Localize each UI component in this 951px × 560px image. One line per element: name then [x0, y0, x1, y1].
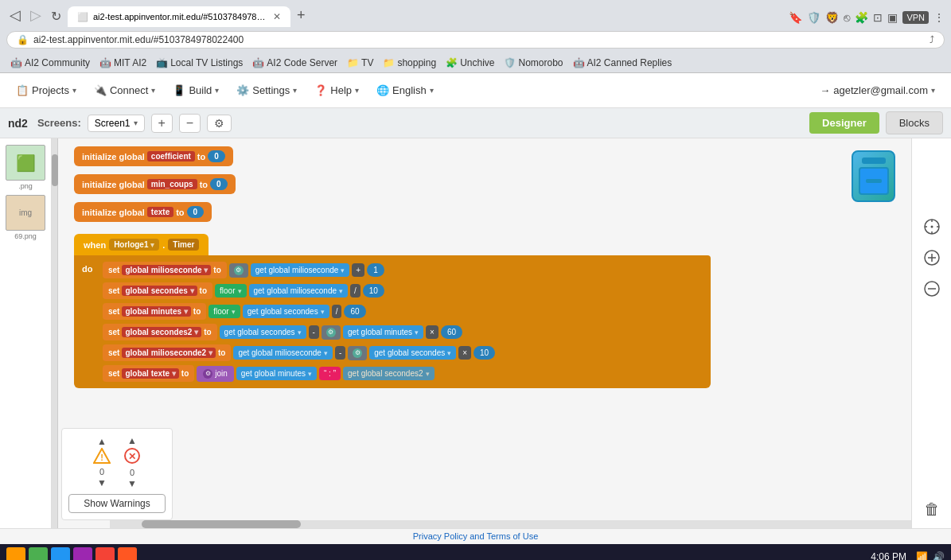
target-icon[interactable]: [923, 218, 941, 238]
init-block-min-coups[interactable]: initialize global min_coups to 0: [74, 174, 711, 194]
sidebar-icon[interactable]: ▣: [887, 11, 898, 24]
sidebar-file-2[interactable]: img 69.png: [6, 195, 45, 240]
taskbar-icon-3[interactable]: [51, 547, 70, 560]
up-arrow-1: ▲: [97, 436, 107, 447]
settings-menu[interactable]: ⚙️ Settings ▾: [228, 80, 305, 100]
bookmark-mit-ai2[interactable]: 🤖 MIT AI2: [95, 56, 150, 70]
shield-icon: 🛡️: [807, 11, 820, 24]
sidebar-scrollbar[interactable]: [52, 138, 58, 528]
blocks-btn[interactable]: Blocks: [886, 111, 943, 134]
do-block-body: do set global milioseconde ▾ to: [74, 255, 711, 388]
screen-select-arrow: ▾: [134, 119, 138, 127]
taskbar-icon-4[interactable]: [73, 547, 92, 560]
tab-favicon: ⬜: [77, 12, 88, 22]
taskbar-volume-icon: 🔊: [933, 551, 945, 560]
projects-menu[interactable]: 📋 Projects ▾: [8, 80, 84, 100]
designer-btn[interactable]: Designer: [809, 112, 879, 134]
delete-icon[interactable]: 🗑: [924, 500, 940, 519]
zoom-in-icon[interactable]: [923, 249, 941, 269]
taskbar-icon-1[interactable]: [6, 547, 25, 560]
init-block-coefficient[interactable]: initialize global coefficient to 0: [74, 146, 711, 166]
privacy-link[interactable]: Privacy Policy and Terms of Use: [413, 531, 539, 541]
bookmarks-bar: 🤖 AI2 Community 🤖 MIT AI2 📺 Local TV Lis…: [0, 52, 951, 73]
app-header: 📋 Projects ▾ 🔌 Connect ▾ 📱 Build ▾ ⚙️ Se…: [0, 73, 951, 108]
set-secondes2-row[interactable]: set global secondes2 ▾ to get global sec…: [103, 324, 495, 340]
when-timer-block[interactable]: when Horloge1 ▾ . Timer do: [74, 234, 711, 388]
settings-arrow: ▾: [293, 86, 297, 95]
remove-screen-btn[interactable]: −: [179, 114, 201, 133]
sidebar-file-1[interactable]: 🟩 .png: [6, 145, 45, 190]
footer: Privacy Policy and Terms of Use: [0, 528, 951, 544]
url-bar[interactable]: 🔒 ai2-test.appinventor.mit.edu/#51037849…: [6, 31, 945, 49]
set-milioseconde2-row[interactable]: set global milioseconde2 ▾ to get global…: [103, 344, 495, 361]
taskbar-icon-2[interactable]: [29, 547, 48, 560]
bookmark-ai2-community[interactable]: 🤖 AI2 Community: [6, 56, 94, 70]
language-menu[interactable]: 🌐 English ▾: [368, 80, 442, 100]
language-arrow: ▾: [430, 86, 434, 95]
build-menu[interactable]: 📱 Build ▾: [165, 80, 227, 100]
projects-arrow: ▾: [72, 86, 76, 95]
extensions-icon[interactable]: 🧩: [855, 11, 868, 24]
projects-icon: 📋: [16, 84, 29, 96]
set-minutes-row[interactable]: set global minutes ▾ to floor ▾ get glob…: [103, 303, 495, 320]
url-text: ai2-test.appinventor.mit.edu/#5103784978…: [33, 34, 244, 45]
split-icon[interactable]: ⊡: [873, 11, 883, 24]
init-block-texte[interactable]: initialize global texte to 0: [74, 202, 711, 222]
down-arrow-2: ▼: [127, 478, 137, 489]
help-arrow: ▾: [355, 86, 359, 95]
tab-close-icon[interactable]: ✕: [273, 11, 281, 22]
bookmark-tv-listings[interactable]: 📺 Local TV Listings: [152, 56, 247, 70]
down-arrow-1: ▼: [97, 477, 107, 488]
bookmark-mit-icon: 🤖: [99, 57, 111, 68]
taskbar: 4:06 PM 📶 🔊: [0, 544, 951, 560]
up-arrow-2: ▲: [127, 435, 137, 446]
taskbar-wifi-icon: 📶: [916, 551, 928, 560]
add-screen-btn[interactable]: +: [151, 114, 173, 133]
browser-reload-btn[interactable]: ↻: [48, 9, 64, 24]
url-share-icon[interactable]: ⤴: [930, 34, 934, 45]
taskbar-icon-5[interactable]: [95, 547, 115, 560]
share-icon[interactable]: ⎋: [844, 11, 850, 24]
set-milioseconde-row[interactable]: set global milioseconde ▾ to ⚙ get globa…: [103, 262, 495, 278]
vpn-label[interactable]: VPN: [902, 11, 929, 24]
browser-tab[interactable]: ⬜ ai2-test.appinventor.mit.edu/#51037849…: [68, 6, 290, 27]
canvas-area[interactable]: initialize global coefficient to 0 initi…: [58, 138, 951, 528]
screens-label: Screens:: [37, 117, 81, 129]
bookmark-tv2-icon: 📁: [347, 57, 359, 68]
bookmark-unchive[interactable]: 🧩 Unchive: [442, 56, 498, 70]
svg-text:✕: ✕: [128, 451, 136, 462]
user-menu[interactable]: → agetzler@gmail.com ▾: [812, 80, 943, 100]
set-texte-row[interactable]: set global texte ▾ to ⚙ join get global …: [103, 365, 495, 382]
bookmark-tv[interactable]: 📁 TV: [343, 56, 377, 70]
sidebar-filename-1: .png: [18, 182, 33, 190]
warning-group: ▲ ! 0 ▼: [93, 436, 111, 488]
taskbar-time: 4:06 PM: [871, 551, 906, 560]
bookmark-canned[interactable]: 🤖 AI2 Canned Replies: [569, 56, 676, 70]
browser-menu-icons: 🔖 🛡️ 🦁 ⎋ 🧩 ⊡ ▣ VPN ⋮: [789, 11, 945, 24]
bookmark-code-server[interactable]: 🤖 AI2 Code Server: [248, 56, 341, 70]
left-sidebar: 🟩 .png img 69.png: [0, 138, 52, 528]
address-bar: 🔒 ai2-test.appinventor.mit.edu/#51037849…: [0, 27, 951, 52]
bookmark-nomorobo[interactable]: 🛡️ Nomorobo: [500, 56, 567, 70]
new-tab-btn[interactable]: +: [294, 7, 309, 24]
screen-select[interactable]: Screen1 ▾: [88, 115, 145, 132]
backpack-icon[interactable]: [852, 150, 895, 202]
bookmark-shopping[interactable]: 📁 shopping: [379, 56, 440, 70]
lock-icon: 🔒: [17, 34, 29, 45]
connect-menu[interactable]: 🔌 Connect ▾: [86, 80, 163, 100]
connect-icon: 🔌: [94, 84, 107, 96]
bookmark-ai2-community-icon: 🤖: [10, 57, 22, 68]
set-secondes-row[interactable]: set global secondes ▾ to floor ▾ get glo…: [103, 282, 495, 299]
help-menu[interactable]: ❓ Help ▾: [306, 80, 367, 100]
taskbar-icon-6[interactable]: [118, 547, 137, 560]
browser-back-btn[interactable]: ◁: [6, 6, 24, 24]
more-icon[interactable]: ⋮: [933, 11, 945, 24]
bookmark-icon[interactable]: 🔖: [789, 11, 802, 24]
zoom-out-icon[interactable]: [923, 280, 941, 300]
bookmark-tv-icon: 📺: [156, 57, 168, 68]
horizontal-scrollbar[interactable]: [110, 520, 911, 528]
browser-forward-btn[interactable]: ▷: [27, 6, 45, 24]
toolbar: nd2 Screens: Screen1 ▾ + − ⚙ Designer Bl…: [0, 108, 951, 138]
show-warnings-btn[interactable]: Show Warnings: [68, 494, 166, 513]
screen-settings-btn[interactable]: ⚙: [207, 115, 232, 132]
